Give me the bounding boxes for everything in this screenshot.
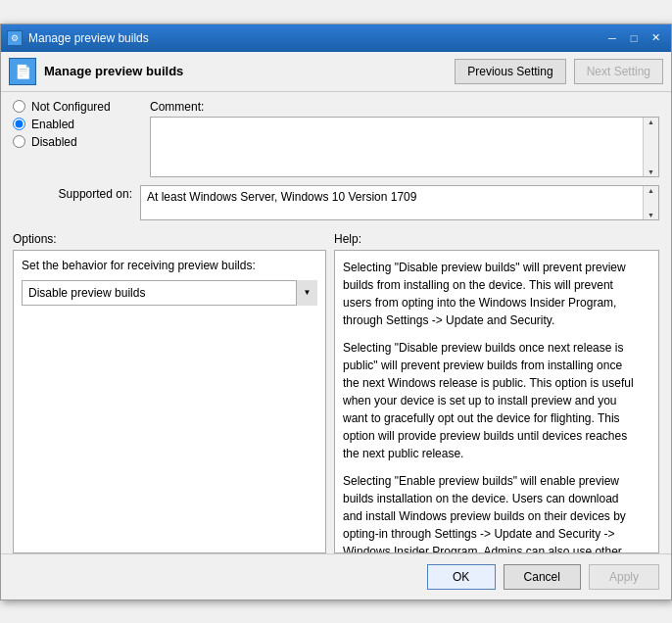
help-header: Help: — [334, 232, 659, 246]
supported-value-text: At least Windows Server, Windows 10 Vers… — [147, 190, 416, 204]
comment-label: Comment: — [150, 100, 659, 114]
help-paragraph-2: Selecting "Disable preview builds once n… — [343, 339, 641, 462]
supported-label: Supported on: — [13, 185, 140, 201]
button-row: OK Cancel Apply — [1, 553, 671, 599]
toolbar: 📄 Manage preview builds Previous Setting… — [1, 52, 671, 92]
radio-section: Not Configured Enabled Disabled — [13, 100, 150, 177]
scroll-down-arrow[interactable]: ▼ — [647, 168, 655, 176]
previous-setting-button[interactable]: Previous Setting — [455, 59, 565, 84]
title-bar-controls: ─ □ ✕ — [602, 29, 665, 47]
cancel-button[interactable]: Cancel — [504, 564, 581, 590]
toolbar-icon: 📄 — [9, 58, 36, 85]
minimize-button[interactable]: ─ — [602, 29, 622, 47]
supported-scroll-up[interactable]: ▲ — [647, 186, 655, 195]
next-setting-button[interactable]: Next Setting — [574, 59, 663, 84]
maximize-button[interactable]: □ — [624, 29, 644, 47]
title-bar-left: ⚙ Manage preview builds — [7, 30, 149, 46]
two-panel: Options: Set the behavior for receiving … — [1, 228, 671, 553]
options-panel: Options: Set the behavior for receiving … — [13, 232, 326, 553]
radio-disabled-input[interactable] — [13, 135, 25, 148]
supported-value-container: At least Windows Server, Windows 10 Vers… — [140, 185, 659, 220]
dialog-window: ⚙ Manage preview builds ─ □ ✕ 📄 Manage p… — [0, 24, 672, 600]
supported-row: Supported on: At least Windows Server, W… — [1, 185, 671, 220]
toolbar-title: Manage preview builds — [44, 64, 447, 78]
options-description: Set the behavior for receiving preview b… — [22, 259, 317, 272]
help-panel: Help: Selecting "Disable preview builds"… — [334, 232, 659, 553]
supported-scroll-down[interactable]: ▼ — [647, 211, 655, 219]
help-paragraph-1: Selecting "Disable preview builds" will … — [343, 259, 641, 329]
window-icon: ⚙ — [7, 30, 23, 46]
supported-scrollbar: ▲ ▼ — [643, 186, 658, 219]
ok-button[interactable]: OK — [427, 564, 496, 590]
radio-enabled-input[interactable] — [13, 118, 25, 130]
radio-enabled[interactable]: Enabled — [13, 118, 150, 131]
help-paragraph-3: Selecting "Enable preview builds" will e… — [343, 472, 641, 553]
apply-button[interactable]: Apply — [589, 564, 659, 590]
preview-builds-select[interactable]: Disable preview builds Disable preview b… — [22, 280, 317, 306]
help-box[interactable]: Selecting "Disable preview builds" will … — [334, 250, 659, 553]
window-title: Manage preview builds — [28, 31, 149, 45]
radio-not-configured[interactable]: Not Configured — [13, 100, 150, 114]
supported-value-box: At least Windows Server, Windows 10 Vers… — [140, 185, 659, 220]
comment-textarea[interactable] — [151, 118, 658, 176]
comment-box: ▲ ▼ — [150, 117, 659, 177]
comment-scrollbar: ▲ ▼ — [643, 118, 658, 176]
options-header: Options: — [13, 232, 326, 246]
options-box: Set the behavior for receiving preview b… — [13, 250, 326, 553]
radio-disabled[interactable]: Disabled — [13, 135, 150, 149]
select-wrapper: Disable preview builds Disable preview b… — [22, 280, 317, 306]
title-bar: ⚙ Manage preview builds ─ □ ✕ — [1, 24, 671, 52]
layout-top: Not Configured Enabled Disabled Comment:… — [1, 92, 671, 177]
close-button[interactable]: ✕ — [646, 29, 665, 47]
comment-area: Comment: ▲ ▼ — [150, 100, 659, 177]
scroll-up-arrow[interactable]: ▲ — [647, 118, 655, 126]
radio-not-configured-input[interactable] — [13, 100, 25, 113]
